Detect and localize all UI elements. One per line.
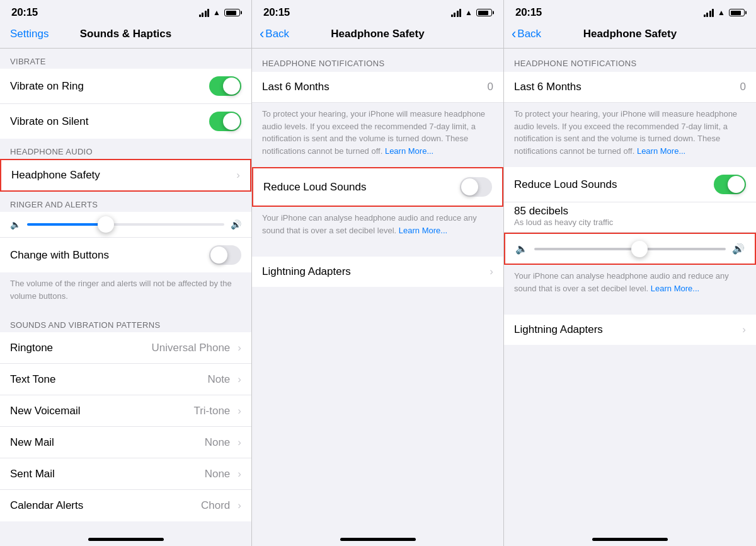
decibels-desc: As loud as heavy city traffic xyxy=(514,218,746,227)
headphone-safety-chevron: › xyxy=(236,169,240,182)
status-icons-2: ▲ xyxy=(451,8,492,17)
volume-high-icon: 🔊 xyxy=(231,219,241,229)
last6-months-row-2: Last 6 Months 0 xyxy=(252,72,503,103)
volume-low-icon: 🔈 xyxy=(10,219,21,229)
wifi-icon-2: ▲ xyxy=(465,8,472,17)
battery-icon-2 xyxy=(476,9,492,16)
lightning-label-3: Lightning Adapters xyxy=(514,323,603,336)
decibels-number: 85 decibels xyxy=(514,205,746,218)
back-label-3: Back xyxy=(517,28,541,40)
reduce-learn-more-2[interactable]: Learn More... xyxy=(399,226,447,235)
panel-headphone-on: 20:15 ▲ ‹ Back Headphone Safety HEADPHON… xyxy=(504,0,756,546)
reduce-loud-sounds-row-2: Reduce Loud Sounds xyxy=(252,167,503,207)
lightning-label-2: Lightning Adapters xyxy=(262,265,351,278)
ringer-settings: 🔈 🔊 Change with Buttons xyxy=(0,212,251,272)
time-2: 20:15 xyxy=(263,6,290,19)
sent-mail-chevron: › xyxy=(238,468,241,480)
reduce-loud-toggle-3[interactable] xyxy=(714,175,746,194)
time-1: 20:15 xyxy=(11,6,38,19)
calendar-row[interactable]: Calendar Alerts Chord › xyxy=(0,490,251,521)
page-title-3: Headphone Safety xyxy=(583,28,677,40)
back-button-2[interactable]: ‹ Back xyxy=(260,26,289,42)
nav-bar-2: ‹ Back Headphone Safety xyxy=(252,23,503,48)
text-tone-chevron: › xyxy=(238,373,241,386)
signal-icon-1 xyxy=(199,9,210,17)
lightning-row-3[interactable]: Lightning Adapters › xyxy=(504,315,756,345)
last6-value-2: 0 xyxy=(488,81,493,93)
sent-mail-row[interactable]: Sent Mail None › xyxy=(0,458,251,490)
reduce-loud-sounds-row-3: Reduce Loud Sounds xyxy=(504,167,756,202)
headphone-audio-label: HEADPHONE AUDIO xyxy=(10,147,93,156)
ringtone-chevron: › xyxy=(238,342,241,354)
lightning-section-2: Lightning Adapters › xyxy=(252,257,503,287)
vibrate-on-silent-toggle[interactable] xyxy=(209,112,241,131)
panel-headphone-off: 20:15 ▲ ‹ Back Headphone Safety HEADPHON… xyxy=(252,0,504,546)
home-bar-2 xyxy=(252,531,503,546)
change-with-buttons-row: Change with Buttons xyxy=(0,238,251,272)
lightning-row-2[interactable]: Lightning Adapters › xyxy=(252,257,503,287)
page-title-2: Headphone Safety xyxy=(331,28,424,40)
ringtone-label: Ringtone xyxy=(10,342,53,354)
reduce-learn-more-3[interactable]: Learn More... xyxy=(651,284,699,293)
new-mail-row[interactable]: New Mail None › xyxy=(0,427,251,458)
slider-vol-high-icon: 🔊 xyxy=(732,243,745,255)
calendar-label: Calendar Alerts xyxy=(10,499,83,512)
headphone-safety-row[interactable]: Headphone Safety › xyxy=(0,159,251,192)
reduce-loud-toggle-2[interactable] xyxy=(460,177,492,197)
last6-months-row-3: Last 6 Months 0 xyxy=(504,72,756,103)
new-voicemail-label: New Voicemail xyxy=(10,405,81,417)
home-indicator-1 xyxy=(88,538,164,541)
new-mail-chevron: › xyxy=(238,436,241,449)
change-with-buttons-toggle[interactable] xyxy=(209,245,241,265)
back-button-3[interactable]: ‹ Back xyxy=(512,26,541,42)
nav-bar-1: Settings Sounds & Haptics xyxy=(0,23,251,48)
ringer-slider-track[interactable] xyxy=(27,223,224,226)
new-voicemail-chevron: › xyxy=(238,405,241,417)
vibrate-settings: Vibrate on Ring Vibrate on Silent xyxy=(0,69,251,139)
lightning-section-3: Lightning Adapters › xyxy=(504,315,756,345)
home-bar-3 xyxy=(504,531,756,546)
signal-icon-3 xyxy=(704,9,714,17)
vibrate-section: VIBRATE xyxy=(0,49,251,69)
decibel-slider-track[interactable] xyxy=(534,248,726,250)
sounds-section: SOUNDS AND VIBRATION PATTERNS xyxy=(0,312,251,332)
sounds-section-label: SOUNDS AND VIBRATION PATTERNS xyxy=(10,320,160,330)
nav-bar-3: ‹ Back Headphone Safety xyxy=(504,23,756,48)
reduce-loud-sounds-label-2: Reduce Loud Sounds xyxy=(263,181,367,194)
headphone-audio-section: HEADPHONE AUDIO xyxy=(0,139,251,159)
ringer-section-label: RINGER AND ALERTS xyxy=(10,200,98,209)
vibrate-on-silent-label: Vibrate on Silent xyxy=(10,115,88,128)
last6-label-3: Last 6 Months xyxy=(514,81,581,93)
headphone-notifications-label-2: HEADPHONE NOTIFICATIONS xyxy=(252,49,503,72)
reduce-info-3: Your iPhone can analyse headphone audio … xyxy=(504,265,756,305)
status-icons-3: ▲ xyxy=(704,8,745,17)
vibrate-on-silent-row: Vibrate on Silent xyxy=(0,104,251,139)
headphone-info-3: To protect your hearing, your iPhone wil… xyxy=(504,103,756,167)
settings-back-label[interactable]: Settings xyxy=(10,28,49,40)
battery-icon-1 xyxy=(224,9,240,16)
sent-mail-value: None xyxy=(205,468,231,480)
wifi-icon-3: ▲ xyxy=(718,8,725,17)
reduce-loud-sounds-label-3: Reduce Loud Sounds xyxy=(514,178,617,191)
headphone-notifications-label-3: HEADPHONE NOTIFICATIONS xyxy=(504,49,756,72)
home-indicator-3 xyxy=(592,538,668,541)
text-tone-row[interactable]: Text Tone Note › xyxy=(0,364,251,395)
last6-value-3: 0 xyxy=(740,81,746,93)
headphone-info-2: To protect your hearing, your iPhone wil… xyxy=(252,103,503,167)
learn-more-link-2[interactable]: Learn More... xyxy=(385,146,433,156)
new-mail-value: None xyxy=(205,436,231,449)
time-3: 20:15 xyxy=(515,6,542,19)
back-label-2: Back xyxy=(265,28,289,40)
status-bar-1: 20:15 ▲ xyxy=(0,0,251,23)
vibrate-on-ring-toggle[interactable] xyxy=(209,76,241,96)
learn-more-link-3[interactable]: Learn More... xyxy=(637,146,685,156)
ringtone-row[interactable]: Ringtone Universal Phone › xyxy=(0,332,251,364)
sent-mail-label: Sent Mail xyxy=(10,468,55,480)
new-mail-label: New Mail xyxy=(10,436,54,449)
ringtone-value: Universal Phone xyxy=(152,342,231,354)
vibrate-section-label: VIBRATE xyxy=(10,57,46,66)
lightning-chevron-2: › xyxy=(490,265,493,278)
new-voicemail-row[interactable]: New Voicemail Tri-tone › xyxy=(0,395,251,427)
change-with-buttons-label: Change with Buttons xyxy=(10,249,109,262)
decibel-slider-card: 🔈 🔊 xyxy=(504,233,756,265)
